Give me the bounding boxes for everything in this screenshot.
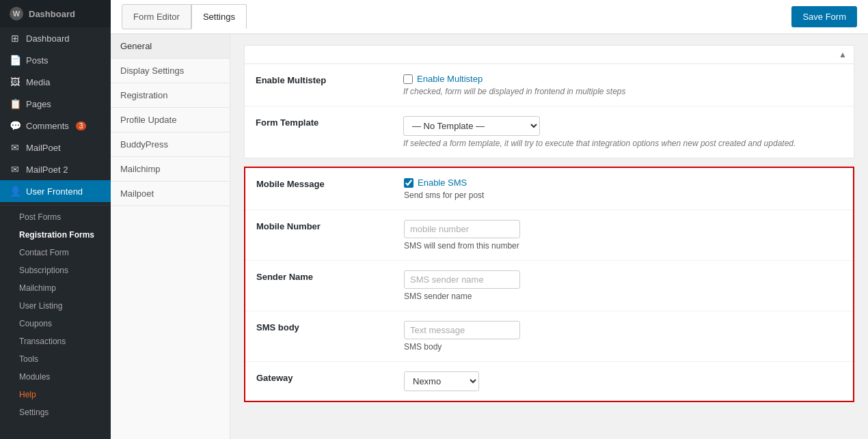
enable-sms-checkbox[interactable] (404, 178, 413, 188)
comments-icon: 💬 (10, 120, 21, 131)
panel-item-buddypress[interactable]: BuddyPress (111, 132, 230, 157)
sidebar-subitem-contact-form[interactable]: Contact Form (0, 244, 111, 261)
panel-item-general[interactable]: General (111, 34, 230, 59)
sidebar-subitem-subscriptions[interactable]: Subscriptions (0, 261, 111, 279)
pages-icon: 📋 (10, 98, 21, 109)
sms-body-input[interactable] (404, 321, 520, 339)
mobile-message-row: Mobile Message Enable SMS Send sms for p… (245, 168, 853, 210)
multistep-row: Enable Multistep Enable Multistep If che… (245, 64, 854, 107)
collapse-header[interactable]: ▲ (245, 46, 854, 64)
mobile-number-control: SMS will send from this number (404, 220, 842, 251)
sidebar-subitem-post-forms[interactable]: Post Forms (0, 208, 111, 226)
sidebar-item-mailpoet2[interactable]: ✉ MailPoet 2 (0, 158, 111, 180)
main-content: Form Editor Settings Save Form General D… (111, 0, 868, 439)
sms-section: Mobile Message Enable SMS Send sms for p… (244, 167, 854, 402)
tab-form-editor[interactable]: Form Editor (122, 4, 191, 29)
multistep-checkbox-label[interactable]: Enable Multistep (417, 74, 483, 84)
mailpoet2-icon: ✉ (10, 164, 21, 175)
mobile-message-label: Mobile Message (256, 178, 393, 189)
gateway-control: Nexmo (404, 371, 842, 391)
gateway-row: Gateway Nexmo (245, 362, 853, 401)
chevron-up-icon: ▲ (839, 50, 847, 59)
sidebar-item-mailpoet[interactable]: ✉ MailPoet (0, 137, 111, 158)
multistep-label: Enable Multistep (256, 74, 392, 85)
sidebar-subitem-transactions[interactable]: Transactions (0, 332, 111, 350)
panel-item-registration[interactable]: Registration (111, 83, 230, 108)
user-frontend-icon: 👤 (10, 186, 21, 197)
sidebar-subitem-coupons[interactable]: Coupons (0, 315, 111, 332)
sender-name-control: SMS sender name (404, 270, 842, 301)
sidebar-item-posts[interactable]: 📄 Posts (0, 49, 111, 71)
sidebar-subitem-help[interactable]: Help (0, 386, 111, 403)
enable-sms-label[interactable]: Enable SMS (418, 178, 467, 188)
sidebar-item-dashboard[interactable]: ⊞ Dashboard (0, 27, 111, 49)
right-panel: ▲ Enable Multistep Enable Multistep If c… (230, 34, 868, 439)
panel-item-mailchimp[interactable]: Mailchimp (111, 157, 230, 182)
topbar: Form Editor Settings Save Form (111, 0, 868, 34)
sms-body-control: SMS body (404, 321, 842, 352)
mobile-number-input[interactable] (404, 220, 520, 238)
sms-body-label: SMS body (256, 321, 393, 332)
sidebar-item-comments[interactable]: 💬 Comments 3 (0, 115, 111, 137)
wordpress-icon: W (10, 7, 23, 20)
enable-sms-checkbox-row: Enable SMS (404, 178, 842, 188)
mobile-message-control: Enable SMS Send sms for per post (404, 178, 842, 200)
mailpoet-icon: ✉ (10, 142, 21, 153)
form-template-select[interactable]: — No Template — (403, 116, 540, 136)
sidebar: W Dashboard ⊞ Dashboard 📄 Posts 🖼 Media … (0, 0, 111, 439)
sender-name-row: Sender Name SMS sender name (245, 261, 853, 311)
sidebar-subitem-modules[interactable]: Modules (0, 368, 111, 386)
gateway-select[interactable]: Nexmo (404, 371, 479, 391)
gateway-label: Gateway (256, 371, 393, 383)
panel-item-display-settings[interactable]: Display Settings (111, 59, 230, 83)
general-settings-section: ▲ Enable Multistep Enable Multistep If c… (244, 45, 854, 158)
comments-badge: 3 (76, 122, 87, 130)
mobile-number-description: SMS will send from this number (404, 241, 842, 251)
tab-settings[interactable]: Settings (191, 4, 247, 29)
save-form-button[interactable]: Save Form (791, 6, 857, 27)
sms-body-row: SMS body SMS body (245, 311, 853, 362)
sms-body-description: SMS body (404, 342, 842, 352)
sidebar-subitem-registration-forms[interactable]: Registration Forms (0, 226, 111, 244)
panel-item-mailpoet[interactable]: Mailpoet (111, 182, 230, 206)
left-panel: General Display Settings Registration Pr… (111, 34, 230, 439)
sidebar-subitem-settings[interactable]: Settings (0, 403, 111, 421)
multistep-control: Enable Multistep If checked, form will b… (403, 74, 843, 96)
mobile-number-row: Mobile Number SMS will send from this nu… (245, 210, 853, 261)
multistep-checkbox[interactable] (403, 74, 413, 84)
form-template-row: Form Template — No Template — If selecte… (245, 107, 854, 158)
multistep-description: If checked, form will be displayed in fr… (403, 87, 843, 96)
posts-icon: 📄 (10, 55, 21, 66)
form-template-label: Form Template (256, 116, 392, 128)
topbar-tabs: Form Editor Settings (122, 4, 247, 29)
sidebar-subitem-mailchimp[interactable]: Mailchimp (0, 279, 111, 297)
panel-item-profile-update[interactable]: Profile Update (111, 108, 230, 132)
sidebar-subitem-user-listing[interactable]: User Listing (0, 297, 111, 315)
sender-name-description: SMS sender name (404, 292, 842, 301)
mobile-number-label: Mobile Number (256, 220, 393, 231)
multistep-checkbox-row: Enable Multistep (403, 74, 843, 84)
sidebar-item-pages[interactable]: 📋 Pages (0, 93, 111, 115)
form-template-control: — No Template — If selected a form templ… (403, 116, 843, 148)
sidebar-subitem-tools[interactable]: Tools (0, 350, 111, 368)
mobile-message-description: Send sms for per post (404, 190, 842, 200)
sidebar-divider (0, 205, 111, 206)
sidebar-logo[interactable]: W Dashboard (0, 0, 111, 27)
content-area: General Display Settings Registration Pr… (111, 34, 868, 439)
form-template-description: If selected a form template, it will try… (403, 139, 843, 148)
sidebar-item-media[interactable]: 🖼 Media (0, 71, 111, 93)
sidebar-item-user-frontend[interactable]: 👤 User Frontend (0, 180, 111, 202)
media-icon: 🖼 (10, 76, 21, 87)
sender-name-input[interactable] (404, 270, 520, 289)
sender-name-label: Sender Name (256, 270, 393, 282)
dashboard-icon: ⊞ (10, 33, 21, 44)
